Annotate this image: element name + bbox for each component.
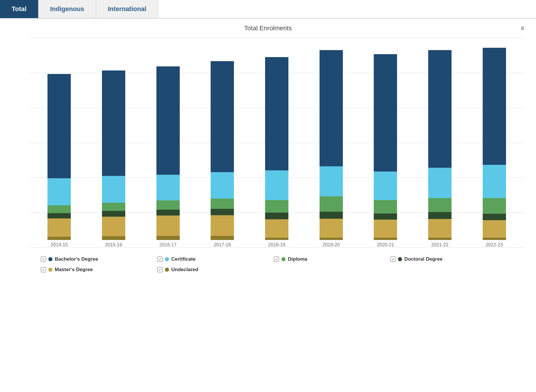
bar-segment-undeclared — [211, 236, 234, 240]
legend-dot-diploma — [281, 257, 285, 261]
bar-segment-doctoral — [156, 210, 180, 216]
bar-stack[interactable] — [47, 74, 71, 240]
bar-segment-masters — [374, 220, 397, 237]
bar-segment-diploma — [428, 198, 452, 212]
x-label: 2019-20 — [322, 242, 340, 248]
legend-dot-bachelor — [48, 257, 52, 261]
bar-segment-diploma — [102, 203, 125, 211]
bar-group: 2020-21 — [371, 54, 400, 248]
legend-checkbox-masters[interactable]: ✓ — [41, 267, 46, 272]
bar-group: 2018-19 — [262, 57, 291, 248]
bar-segment-doctoral — [265, 213, 288, 219]
legend-checkbox-bachelor[interactable]: ✓ — [41, 257, 46, 262]
bar-stack[interactable] — [483, 48, 506, 240]
bar-segment-doctoral — [47, 213, 71, 218]
legend-checkbox-diploma[interactable]: ✓ — [274, 257, 279, 262]
bar-stack[interactable] — [374, 54, 397, 240]
bar-segment-certificate — [265, 170, 288, 200]
bar-segment-undeclared — [428, 238, 452, 240]
bar-segment-bachelor — [211, 61, 234, 172]
tabs-container: TotalIndigenousInternational — [0, 0, 536, 19]
bar-segment-diploma — [156, 200, 180, 209]
bar-segment-undeclared — [156, 236, 180, 240]
bar-group: 2017-18 — [208, 61, 237, 248]
x-label: 2022-23 — [486, 242, 503, 248]
x-label: 2020-21 — [377, 242, 394, 248]
tab-indigenous[interactable]: Indigenous — [38, 0, 96, 18]
x-label: 2015-16 — [105, 242, 122, 248]
bar-segment-bachelor — [102, 70, 125, 176]
bar-segment-doctoral — [320, 212, 343, 219]
bar-stack[interactable] — [211, 61, 234, 240]
bar-group: 2021-22 — [425, 50, 454, 248]
legend-dot-certificate — [165, 257, 169, 261]
bar-stack[interactable] — [265, 57, 288, 240]
bar-segment-undeclared — [483, 238, 506, 240]
x-label: 2018-19 — [268, 242, 285, 248]
bar-segment-masters — [483, 220, 506, 238]
legend-label-certificate: Certificate — [171, 256, 195, 262]
x-label: 2017-18 — [214, 242, 231, 248]
bar-group: 2015-16 — [99, 70, 128, 248]
bar-segment-undeclared — [47, 237, 71, 240]
legend-label-diploma: Diploma — [288, 256, 307, 262]
bar-segment-diploma — [211, 199, 234, 209]
bar-segment-doctoral — [374, 213, 397, 220]
bar-segment-diploma — [374, 200, 397, 213]
legend-item-doctoral: ✓Doctoral Degree — [390, 256, 507, 262]
legend-item-certificate: ✓Certificate — [157, 256, 274, 262]
bar-segment-certificate — [374, 172, 397, 200]
bar-stack[interactable] — [156, 66, 180, 240]
legend-item-undeclared: ✓Undeclared — [157, 267, 274, 273]
tab-total[interactable]: Total — [0, 0, 38, 18]
x-label: 2014-15 — [51, 242, 68, 248]
bar-segment-undeclared — [102, 236, 125, 240]
bar-segment-doctoral — [211, 209, 234, 215]
chart-container: Total Enrolments ≡ 010k20k30k40k50k60k 2… — [0, 19, 536, 284]
tab-international[interactable]: International — [96, 0, 158, 18]
bar-group: 2019-20 — [317, 50, 346, 248]
bar-segment-undeclared — [320, 238, 343, 240]
legend-item-masters: ✓Master's Degree — [41, 267, 157, 273]
bar-segment-bachelor — [483, 48, 506, 165]
bar-segment-diploma — [265, 200, 288, 213]
bar-segment-certificate — [320, 166, 343, 196]
legend-label-undeclared: Undeclared — [171, 267, 198, 273]
bar-segment-bachelor — [428, 50, 452, 167]
bar-segment-masters — [320, 219, 343, 238]
bar-stack[interactable] — [102, 70, 125, 240]
legend-checkbox-undeclared[interactable]: ✓ — [157, 267, 163, 272]
bar-segment-certificate — [211, 172, 234, 199]
legend-label-masters: Master's Degree — [55, 267, 93, 273]
bar-segment-doctoral — [102, 211, 125, 216]
legend: ✓Bachelor's Degree✓Certificate✓Diploma✓D… — [41, 256, 507, 273]
bar-segment-masters — [211, 215, 234, 236]
legend-checkbox-doctoral[interactable]: ✓ — [390, 257, 396, 262]
chart-header: Total Enrolments ≡ — [12, 24, 524, 32]
x-label: 2021-22 — [431, 242, 449, 248]
bar-segment-bachelor — [156, 66, 180, 175]
bars-area: 2014-152015-162016-172017-182018-192019-… — [29, 38, 524, 248]
legend-label-doctoral: Doctoral Degree — [404, 256, 442, 262]
bar-segment-diploma — [320, 196, 343, 212]
bar-group: 2016-17 — [154, 66, 183, 248]
bar-segment-bachelor — [374, 54, 397, 172]
tab-bar: TotalIndigenousInternational — [0, 0, 536, 19]
legend-checkbox-certificate[interactable]: ✓ — [157, 257, 163, 262]
bar-stack[interactable] — [428, 50, 452, 240]
bar-segment-certificate — [47, 178, 71, 206]
bar-segment-certificate — [102, 176, 125, 202]
x-label: 2016-17 — [159, 242, 177, 248]
legend-item-bachelor: ✓Bachelor's Degree — [41, 256, 157, 262]
legend-dot-masters — [48, 268, 52, 272]
bar-group: 2022-23 — [480, 48, 509, 248]
legend-dot-doctoral — [398, 257, 402, 261]
bar-segment-masters — [156, 216, 180, 236]
bar-segment-bachelor — [265, 57, 288, 170]
bar-stack[interactable] — [320, 50, 343, 240]
legend-dot-undeclared — [165, 268, 169, 272]
legend-label-bachelor: Bachelor's Degree — [55, 256, 98, 262]
bar-segment-diploma — [483, 198, 506, 214]
menu-icon[interactable]: ≡ — [521, 24, 524, 32]
bar-segment-doctoral — [483, 214, 506, 220]
